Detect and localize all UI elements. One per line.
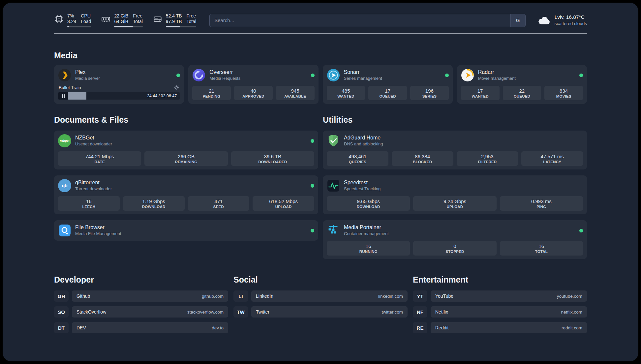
search-bar: G: [209, 14, 526, 27]
stat-pending: 21 PENDING: [192, 86, 231, 100]
filebrowser-card[interactable]: File Browser Media File Management: [54, 220, 318, 241]
utilities-section-title: Utilities: [323, 115, 587, 125]
sonarr-card[interactable]: Sonarr Series management 485 WANTED 17 Q…: [323, 65, 453, 104]
bookmark-url: netflix.com: [561, 310, 582, 315]
bookmark-stackoverflow[interactable]: SO StackOverflow stackoverflow.com: [54, 306, 228, 318]
stat-stopped: 0 STOPPED: [413, 241, 496, 256]
qbittorrent-icon: qb: [58, 179, 71, 192]
stat-seed: 471 SEED: [188, 196, 250, 211]
stat-label: TOTAL: [501, 250, 582, 254]
stat-series: 196 SERIES: [410, 86, 449, 100]
bookmark-twitter[interactable]: TW Twitter twitter.com: [233, 306, 408, 318]
nzbget-icon: nzbget: [58, 134, 71, 147]
stat-download: 1.19 Gbps DOWNLOAD: [123, 196, 185, 211]
speedtest-card[interactable]: Speedtest Speedtest Tracking 9.65 Gbps D…: [323, 175, 587, 214]
plex-icon: [58, 69, 71, 82]
cpu-usage-label: CPU: [81, 13, 91, 19]
stat-value: 21: [194, 88, 229, 94]
stat-running: 16 RUNNING: [327, 241, 410, 256]
stat-queries: 498,461 QUERIES: [327, 151, 388, 166]
stat-label: DOWNLOAD: [124, 205, 183, 209]
search-input[interactable]: [210, 14, 510, 27]
overseerr-card[interactable]: Overseerr Media Requests 21 PENDING 40 A…: [188, 65, 318, 104]
service-name: Radarr: [478, 69, 516, 75]
service-name: Sonarr: [344, 69, 382, 75]
stat-wanted: 485 WANTED: [327, 86, 365, 100]
stat-label: APPROVED: [235, 94, 271, 98]
stat-value: 0.993 ms: [501, 198, 582, 204]
plex-now-playing: Bullet Train: [59, 85, 81, 90]
radarr-card[interactable]: Radarr Movie management 17 WANTED 22 QUE…: [457, 65, 587, 104]
service-name: Media Portainer: [344, 224, 389, 230]
bookmark-abbr: TW: [233, 306, 248, 318]
stat-label: MOVIES: [546, 94, 582, 98]
memory-usage-bar-fill: [114, 26, 133, 27]
stat-rate: 744.21 Mbps RATE: [58, 151, 141, 166]
bookmark-url: twitter.com: [382, 310, 403, 315]
bookmark-netflix[interactable]: NF Netflix netflix.com: [413, 306, 587, 318]
pause-button[interactable]: [58, 92, 68, 100]
stat-value: 266 GB: [146, 154, 226, 159]
social-group-title: Social: [233, 275, 408, 285]
stat-label: FILTERED: [458, 160, 517, 164]
status-dot: [445, 74, 449, 77]
stat-queued: 22 QUEUED: [503, 86, 541, 100]
status-dot: [176, 74, 180, 77]
service-name: qBittorrent: [75, 179, 112, 186]
stat-value: 2,953: [458, 154, 517, 159]
status-dot: [311, 184, 314, 188]
stat-value: 40: [235, 88, 271, 94]
bookmark-url: reddit.com: [562, 325, 582, 330]
bookmark-name: DEV: [76, 325, 86, 330]
bookmark-reddit[interactable]: RE Reddit reddit.com: [413, 322, 587, 333]
portainer-card[interactable]: Media Portainer Container management 16 …: [323, 220, 587, 259]
stat-value: 16: [501, 243, 582, 249]
cpu-readout: 7% 3.24 CPU Load: [67, 13, 91, 27]
bookmark-github[interactable]: GH Github github.com: [54, 290, 228, 302]
bookmark-url: youtube.com: [557, 294, 582, 299]
search-provider-button[interactable]: G: [510, 14, 525, 27]
stat-label: REMAINING: [146, 160, 226, 164]
bookmark-abbr: DT: [54, 322, 69, 333]
stat-total: 16 TOTAL: [500, 241, 583, 256]
plex-progress-bar[interactable]: 24:44 / 02:06:47: [58, 92, 180, 100]
bookmark-youtube[interactable]: YT YouTube youtube.com: [413, 290, 587, 302]
stat-movies: 834 MOVIES: [544, 86, 583, 100]
qbittorrent-card[interactable]: qb qBittorrent Torrent downloader 16 LEE…: [54, 175, 318, 214]
weather-condition: scattered clouds: [555, 20, 587, 27]
topbar-divider: [54, 33, 587, 34]
nzbget-card[interactable]: nzbget NZBGet Usenet downloader 744.21 M…: [54, 131, 318, 169]
bookmark-name: Github: [76, 293, 90, 299]
overseerr-icon: [192, 69, 205, 82]
bookmark-name: Twitter: [256, 309, 269, 315]
bookmark-dev[interactable]: DT DEV dev.to: [54, 322, 228, 333]
cloud-icon: [537, 14, 551, 27]
stat-label: PENDING: [194, 94, 229, 98]
stat-queued: 17 QUEUED: [368, 86, 407, 100]
bookmarks: Developer GH Github github.com SO StackO…: [54, 275, 587, 351]
stat-value: 22: [504, 88, 540, 94]
weather-widget: Lviv, 16.87°C scattered clouds: [537, 14, 587, 27]
stat-value: 16: [328, 243, 409, 249]
stat-value: 196: [412, 88, 447, 94]
gear-icon[interactable]: [174, 85, 179, 90]
stat-remaining: 266 GB REMAINING: [144, 151, 228, 166]
status-dot: [579, 74, 583, 77]
plex-card[interactable]: Plex Media server Bullet Train: [54, 65, 184, 104]
documents-section: Documents & Files nzbget NZBGet Usenet d…: [54, 115, 318, 259]
status-dot: [311, 74, 315, 77]
disk-free-label: Free: [187, 13, 197, 19]
adguard-card[interactable]: AdGuard Home DNS and adblocking 498,461 …: [323, 131, 587, 169]
bookmark-url: github.com: [202, 294, 224, 299]
stat-label: WANTED: [328, 94, 364, 98]
memory-icon: [101, 14, 111, 24]
service-subtitle: DNS and adblocking: [344, 141, 383, 147]
stat-value: 86,384: [393, 154, 452, 159]
bookmark-url: linkedin.com: [378, 294, 403, 299]
bookmark-linkedin[interactable]: LI LinkedIn linkedin.com: [233, 290, 408, 302]
disk-readout: 52.4 TB 97.9 TB Free Total: [166, 13, 196, 27]
disk-total-value: 97.9 TB: [166, 19, 182, 24]
service-name: File Browser: [75, 224, 121, 230]
stat-leech: 16 LEECH: [58, 196, 120, 211]
cpu-usage-value: 7%: [67, 13, 74, 19]
